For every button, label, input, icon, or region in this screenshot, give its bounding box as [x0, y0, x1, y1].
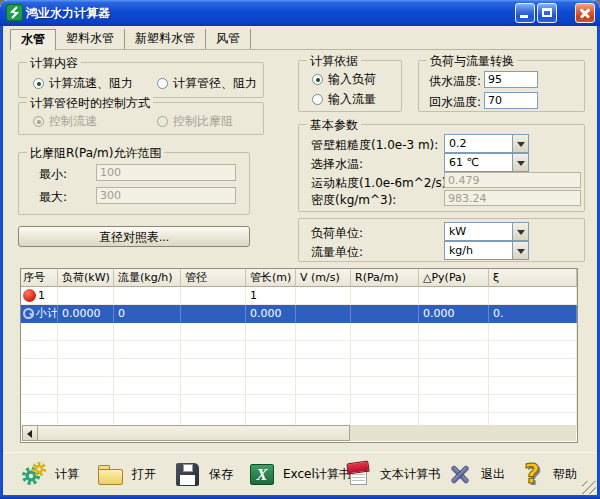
water-temp-label: 选择水温:: [311, 156, 363, 173]
max-input: [96, 187, 236, 204]
cell: 1: [246, 287, 296, 305]
table-row-subtotal[interactable]: 小计 0.0000 0 0.000 0.000 0.: [21, 305, 577, 323]
minimize-button[interactable]: [515, 3, 535, 23]
close-button[interactable]: [575, 3, 595, 23]
radio-label: 控制比摩阻: [173, 113, 233, 130]
group-calc-content: 计算内容 计算流速、阻力 计算管径、阻力: [18, 62, 264, 98]
chevron-down-icon[interactable]: [512, 135, 528, 152]
return-temp-input[interactable]: [484, 92, 538, 109]
min-input: [96, 164, 236, 181]
return-temp-label: 回水温度:: [429, 94, 481, 111]
text-report-button[interactable]: 文本计算书: [341, 456, 444, 492]
chevron-down-icon[interactable]: [512, 223, 528, 240]
horizontal-scrollbar: [22, 425, 576, 441]
cell: [419, 287, 489, 305]
roughness-select[interactable]: 0.2: [444, 134, 529, 153]
radio-input-load[interactable]: 输入负荷: [312, 71, 376, 88]
viscosity-input: [444, 172, 581, 188]
scrollbar-track[interactable]: [350, 425, 576, 441]
question-mark-icon: ?: [518, 460, 546, 488]
tab-new-plastic-pipe[interactable]: 新塑料水管: [125, 29, 206, 49]
roughness-label: 管壁粗糙度(1.0e-3 m):: [311, 137, 438, 154]
chevron-down-icon[interactable]: [512, 154, 528, 171]
diameter-table-button[interactable]: 直径对照表...: [18, 226, 250, 247]
cell: [351, 287, 419, 305]
radio-icon: [312, 94, 323, 105]
group-units: 负荷单位: kW 流量单位: kg/h: [298, 218, 585, 262]
density-input: [444, 190, 581, 206]
radio-icon: [157, 116, 168, 127]
table-row-empty: [21, 395, 577, 413]
tab-plastic-pipe[interactable]: 塑料水管: [56, 29, 125, 49]
cell: [489, 287, 577, 305]
notebook-icon: [345, 460, 373, 488]
column-header: ξ: [489, 269, 577, 287]
help-button[interactable]: ? 帮助: [514, 456, 581, 492]
tab-strip: 水管 塑料水管 新塑料水管 风管: [10, 29, 251, 49]
results-table: 序号 负荷(kW) 流量(kg/h) 管径 管长(m) V (m/s) R(Pa…: [20, 268, 578, 443]
water-temp-value: 61 ℃: [445, 154, 512, 171]
save-button[interactable]: 保存: [170, 456, 237, 492]
group-control-mode: 计算管径时的控制方式 控制流速 控制比摩阻: [18, 102, 264, 135]
min-label: 最小:: [39, 166, 67, 183]
table-header-row: 序号 负荷(kW) 流量(kg/h) 管径 管长(m) V (m/s) R(Pa…: [21, 269, 577, 287]
column-header: V (m/s): [296, 269, 351, 287]
column-header: 序号: [21, 269, 58, 287]
cell: [114, 287, 181, 305]
supply-temp-label: 供水温度:: [429, 73, 481, 90]
cell: [181, 287, 246, 305]
toolbar-label: 保存: [209, 466, 233, 483]
table-row[interactable]: 1 1: [21, 287, 577, 305]
table-row-empty: [21, 323, 577, 341]
radio-input-flow[interactable]: 输入流量: [312, 91, 376, 108]
tab-air-duct[interactable]: 风管: [206, 29, 251, 49]
radio-control-velocity: 控制流速: [33, 113, 97, 130]
toolbar-label: 帮助: [553, 466, 577, 483]
flow-unit-select[interactable]: kg/h: [444, 241, 529, 260]
radio-label: 计算管径、阻力: [173, 75, 257, 92]
window-border: [0, 24, 3, 499]
radio-label: 输入流量: [328, 91, 376, 108]
group-title: 基本参数: [307, 117, 361, 134]
row-number-cell: 1: [21, 287, 58, 305]
supply-temp-input[interactable]: [484, 71, 538, 88]
subtotal-icon: [23, 308, 34, 319]
exit-button[interactable]: 退出: [442, 456, 509, 492]
excel-report-button[interactable]: X Excel计算书: [244, 456, 355, 492]
resize-grip[interactable]: [582, 481, 596, 494]
max-label: 最大:: [39, 189, 67, 206]
column-header: R(Pa/m): [351, 269, 419, 287]
flow-unit-value: kg/h: [445, 242, 512, 259]
window-title: 鸿业水力计算器: [26, 5, 110, 22]
group-title: 计算内容: [27, 55, 81, 72]
cell: 0.000: [246, 305, 296, 323]
toolbar-label: 计算: [55, 466, 79, 483]
flow-unit-label: 流量单位:: [311, 244, 363, 261]
scroll-left-button[interactable]: [22, 425, 38, 441]
open-button[interactable]: 打开: [93, 456, 160, 492]
column-header: 管径: [181, 269, 246, 287]
row-marker-icon: [23, 289, 36, 302]
load-unit-select[interactable]: kW: [444, 222, 529, 241]
floppy-icon: [174, 460, 202, 488]
radio-calc-diameter[interactable]: 计算管径、阻力: [157, 75, 257, 92]
column-header: 流量(kg/h): [114, 269, 181, 287]
group-title: 比摩阻R(Pa/m)允许范围: [27, 145, 164, 162]
radio-calc-velocity[interactable]: 计算流速、阻力: [33, 75, 133, 92]
chevron-down-icon[interactable]: [512, 242, 528, 259]
maximize-button[interactable]: [537, 3, 557, 23]
tab-water-pipe[interactable]: 水管: [10, 29, 56, 50]
calculate-button[interactable]: 计算: [16, 456, 83, 492]
toolbar-label: 打开: [132, 466, 156, 483]
table-row-empty: [21, 359, 577, 377]
radio-control-friction: 控制比摩阻: [157, 113, 233, 130]
water-temp-select[interactable]: 61 ℃: [444, 153, 529, 172]
column-header: 管长(m): [246, 269, 296, 287]
group-calc-basis: 计算依据 输入负荷 输入流量: [298, 60, 402, 112]
table-row-empty: [21, 341, 577, 359]
group-title: 计算管径时的控制方式: [27, 95, 153, 112]
arrow-left-icon: [27, 430, 32, 438]
folder-icon: [97, 460, 125, 488]
title-bar[interactable]: 鸿业水力计算器: [0, 0, 600, 26]
scrollbar-thumb[interactable]: [38, 425, 350, 441]
